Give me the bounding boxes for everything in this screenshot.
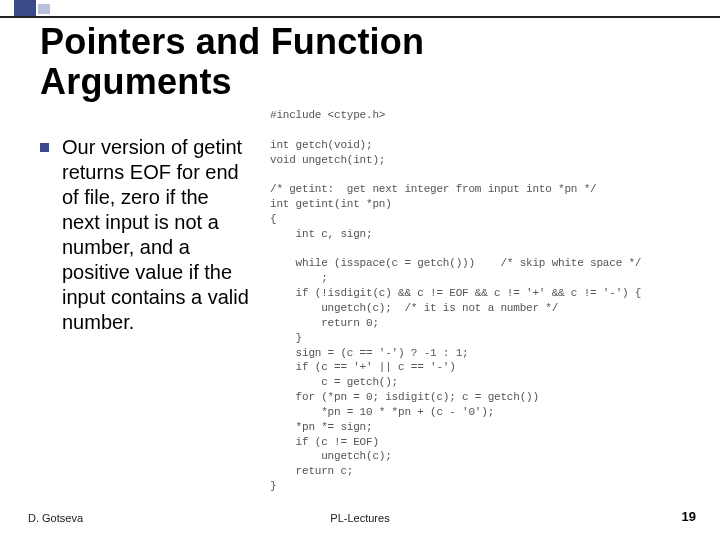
footer-center: PL-Lectures — [0, 512, 720, 524]
title-line-2: Arguments — [40, 61, 232, 102]
slide-title: Pointers and Function Arguments — [40, 22, 424, 101]
title-line-1: Pointers and Function — [40, 21, 424, 62]
decoration-square-light — [38, 4, 50, 14]
footer-page-number: 19 — [682, 509, 696, 524]
slide-top-decoration — [0, 0, 720, 18]
bullet-square-icon — [40, 143, 49, 152]
code-listing: #include <ctype.h> int getch(void); void… — [270, 108, 710, 494]
bullet-text: Our version of getint returns EOF for en… — [62, 135, 250, 335]
bullet-block: Our version of getint returns EOF for en… — [40, 135, 250, 335]
decoration-underline — [0, 16, 720, 18]
